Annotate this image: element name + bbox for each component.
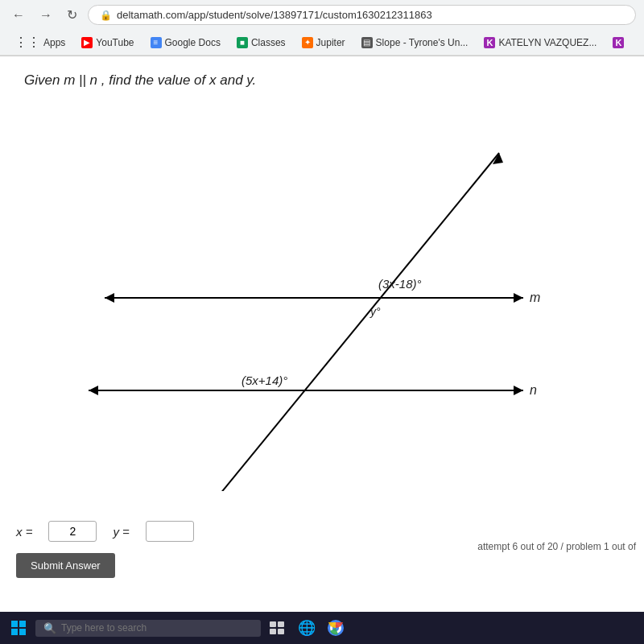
- bookmark-k2[interactable]: K: [606, 35, 630, 50]
- katelyn-label: KATELYN VAZQUEZ...: [498, 37, 597, 48]
- docs-label: Google Docs: [165, 37, 221, 48]
- task-view-button[interactable]: [266, 616, 290, 640]
- svg-marker-4: [89, 386, 98, 395]
- bookmark-classes[interactable]: ■ Classes: [230, 35, 292, 50]
- taskbar: 🔍 🌐: [0, 612, 644, 644]
- x-input[interactable]: [48, 521, 97, 542]
- svg-text:(3x-18)°: (3x-18)°: [378, 277, 422, 291]
- y-input[interactable]: [146, 521, 194, 542]
- docs-icon: ≡: [151, 37, 162, 48]
- svg-rect-18: [270, 621, 276, 627]
- apps-icon: ⋮⋮: [14, 35, 40, 50]
- x-label: x =: [16, 525, 32, 539]
- taskbar-search-input[interactable]: [61, 622, 222, 634]
- svg-rect-19: [278, 621, 284, 627]
- diagram-container: (3x-18)° y° (5x+14)° m n: [24, 105, 620, 491]
- classes-icon: ■: [237, 37, 248, 48]
- back-button[interactable]: ←: [8, 6, 29, 24]
- lock-icon: 🔒: [100, 10, 112, 21]
- youtube-label: YouTube: [96, 37, 134, 48]
- bookmark-slope[interactable]: ▤ Slope - Tyrone's Un...: [355, 35, 475, 50]
- address-bar[interactable]: 🔒 deltamath.com/app/student/solve/138971…: [88, 5, 636, 25]
- page-content: Given m || n , find the value of x and y…: [0, 56, 644, 594]
- classes-label: Classes: [251, 37, 286, 48]
- bookmark-googledocs[interactable]: ≡ Google Docs: [144, 35, 227, 50]
- windows-start-button[interactable]: [6, 616, 31, 640]
- search-icon: 🔍: [43, 622, 56, 634]
- apps-label: Apps: [43, 37, 65, 48]
- svg-marker-5: [514, 386, 523, 395]
- svg-line-6: [209, 153, 499, 491]
- input-row: x = y =: [16, 521, 628, 542]
- geometry-diagram: (3x-18)° y° (5x+14)° m n: [24, 105, 620, 491]
- bookmark-jupiter[interactable]: ✦ Jupiter: [295, 35, 352, 50]
- svg-text:n: n: [530, 383, 537, 397]
- browser-chrome: ← → ↻ 🔒 deltamath.com/app/student/solve/…: [0, 0, 644, 56]
- edge-browser-icon[interactable]: 🌐: [295, 616, 319, 640]
- svg-marker-2: [514, 293, 523, 303]
- n-variable: n: [90, 72, 97, 88]
- svg-rect-20: [270, 629, 276, 634]
- forward-button[interactable]: →: [35, 6, 56, 24]
- bookmark-katelyn[interactable]: K KATELYN VAZQUEZ...: [477, 35, 603, 50]
- y-label: y =: [113, 525, 129, 539]
- slope-label: Slope - Tyrone's Un...: [376, 37, 469, 48]
- problem-title: Given m || n , find the value of x and y…: [24, 72, 620, 89]
- svg-rect-16: [11, 629, 18, 635]
- svg-rect-17: [19, 629, 26, 635]
- svg-marker-1: [105, 293, 114, 303]
- svg-rect-14: [11, 621, 18, 627]
- submit-button[interactable]: Submit Answer: [16, 553, 115, 578]
- katelyn-icon: K: [484, 37, 495, 48]
- jupiter-icon: ✦: [302, 37, 313, 48]
- svg-text:(5x+14)°: (5x+14)°: [242, 374, 287, 387]
- slope-icon: ▤: [361, 37, 373, 48]
- taskbar-search-box[interactable]: 🔍: [35, 620, 261, 637]
- bookmark-youtube[interactable]: ▶ YouTube: [75, 35, 140, 50]
- nav-bar: ← → ↻ 🔒 deltamath.com/app/student/solve/…: [0, 0, 644, 30]
- task-view-icon: [270, 621, 286, 634]
- svg-text:y°: y°: [369, 305, 381, 318]
- m-variable: m: [64, 72, 75, 88]
- svg-text:m: m: [530, 291, 540, 304]
- bookmark-apps[interactable]: ⋮⋮ Apps: [8, 33, 72, 52]
- chrome-icon[interactable]: [324, 616, 348, 640]
- youtube-icon: ▶: [81, 37, 93, 48]
- attempt-text: attempt 6 out of 20 / problem 1 out of: [477, 541, 636, 552]
- svg-rect-15: [19, 621, 26, 627]
- bookmarks-bar: ⋮⋮ Apps ▶ YouTube ≡ Google Docs ■ Classe…: [0, 30, 644, 56]
- windows-icon: [11, 621, 26, 635]
- url-text: deltamath.com/app/student/solve/13897171…: [117, 9, 432, 21]
- refresh-button[interactable]: ↻: [63, 6, 81, 24]
- jupiter-label: Jupiter: [316, 37, 345, 48]
- k2-icon: K: [613, 37, 624, 48]
- svg-rect-21: [278, 629, 284, 634]
